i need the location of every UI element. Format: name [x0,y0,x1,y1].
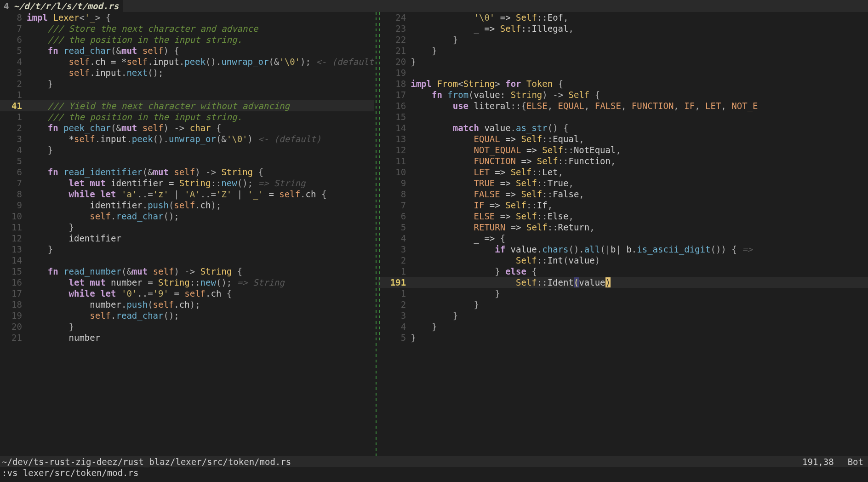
code-content[interactable] [27,255,374,266]
code-line[interactable]: 2 Self::Int(value) [378,255,868,266]
code-line[interactable]: 19 self.read_char(); [0,310,374,321]
code-line[interactable]: 9 identifier.push(self.ch); [0,200,374,211]
code-line[interactable]: 4 } [378,321,868,332]
code-line[interactable]: 18 number.push(self.ch); [0,299,374,310]
code-line[interactable]: 21 number [0,332,374,343]
code-line[interactable]: 4 self.ch = *self.input.peek().unwrap_or… [0,56,374,67]
code-content[interactable]: /// Yield the next character without adv… [27,100,374,111]
code-content[interactable]: } [411,56,868,67]
code-line[interactable]: 1 } [378,288,868,299]
code-content[interactable]: _ => Self::Illegal, [411,23,868,34]
code-content[interactable]: self.read_char(); [27,310,374,321]
code-line[interactable]: 3 } [378,310,868,321]
code-line[interactable]: 4 _ => { [378,233,868,244]
code-line[interactable]: 8 FALSE => Self::False, [378,189,868,200]
code-content[interactable]: IF => Self::If, [411,200,868,211]
code-line[interactable]: 3 self.input.next(); [0,67,374,78]
code-content[interactable]: NOT_EQUAL => Self::NotEqual, [411,144,868,155]
code-content[interactable]: } [411,332,868,343]
code-line[interactable]: 9 TRUE => Self::True, [378,178,868,189]
code-line[interactable]: 19 [378,67,868,78]
code-line[interactable]: 2 } [0,78,374,89]
code-line[interactable]: 2 fn peek_char(&mut self) -> char { [0,122,374,133]
code-content[interactable]: impl From<String> for Token { [411,78,868,89]
code-content[interactable]: impl Lexer<'_> { [27,12,374,23]
code-content[interactable]: /// the position in the input string. [27,111,374,122]
code-content[interactable]: _ => { [411,233,868,244]
code-content[interactable]: fn from(value: String) -> Self { [411,89,868,100]
code-content[interactable]: ELSE => Self::Else, [411,211,868,222]
code-content[interactable]: identifier [27,233,374,244]
code-line[interactable]: 15 fn read_number(&mut self) -> String { [0,266,374,277]
code-content[interactable]: *self.input.peek().unwrap_or(&'\0') <- (… [27,133,374,144]
code-content[interactable]: } [27,244,374,255]
code-content[interactable] [411,111,868,122]
code-line[interactable]: 15 [378,111,868,122]
code-content[interactable]: '\0' => Self::Eof, [411,12,868,23]
code-content[interactable]: let mut number = String::new(); => Strin… [27,277,374,288]
code-content[interactable]: } [411,34,868,45]
code-line[interactable]: 14 match value.as_str() { [378,122,868,133]
code-line[interactable]: 41 /// Yield the next character without … [0,100,374,111]
code-line[interactable]: 17 fn from(value: String) -> Self { [378,89,868,100]
code-line[interactable]: 21 } [378,45,868,56]
code-line[interactable]: 1 [0,89,374,100]
code-line[interactable]: 7 IF => Self::If, [378,200,868,211]
code-content[interactable]: RETURN => Self::Return, [411,222,868,233]
editor-pane-right[interactable]: 24 '\0' => Self::Eof,23 _ => Self::Illeg… [378,12,868,456]
code-line[interactable]: 12 identifier [0,233,374,244]
code-content[interactable]: self.read_char(); [27,211,374,222]
code-content[interactable]: fn read_number(&mut self) -> String { [27,266,374,277]
code-line[interactable]: 4 } [0,144,374,155]
code-content[interactable]: while let '0'..='9' = self.ch { [27,288,374,299]
tab-active[interactable]: 4 ~/d/t/r/l/s/t/mod.rs [0,0,123,12]
code-content[interactable]: } [27,78,374,89]
code-content[interactable]: } [411,288,868,299]
code-content[interactable]: fn peek_char(&mut self) -> char { [27,122,374,133]
code-line[interactable]: 22 } [378,34,868,45]
code-content[interactable] [27,155,374,166]
code-content[interactable]: while let 'a'..='z' | 'A'..='Z' | '_' = … [27,189,374,200]
code-content[interactable]: self.ch = *self.input.peek().unwrap_or(&… [27,56,374,67]
code-line[interactable]: 11 } [0,222,374,233]
vertical-split[interactable] [374,12,378,456]
code-content[interactable]: } [411,299,868,310]
code-content[interactable]: FUNCTION => Self::Function, [411,155,868,166]
code-content[interactable]: number [27,332,374,343]
code-line[interactable]: 3 if value.chars().all(|b| b.is_ascii_di… [378,244,868,255]
code-line[interactable]: 1 } else { [378,266,868,277]
code-line[interactable]: 1 /// the position in the input string. [0,111,374,122]
code-line[interactable]: 14 [0,255,374,266]
code-content[interactable]: } [27,222,374,233]
code-line[interactable]: 13 EQUAL => Self::Equal, [378,133,868,144]
code-line[interactable]: 18impl From<String> for Token { [378,78,868,89]
code-content[interactable]: } [27,321,374,332]
code-content[interactable]: fn read_char(&mut self) { [27,45,374,56]
code-content[interactable]: if value.chars().all(|b| b.is_ascii_digi… [411,244,868,255]
code-line[interactable]: 20} [378,56,868,67]
command-line[interactable]: :vs lexer/src/token/mod.rs [0,467,868,478]
code-content[interactable]: use literal::{ELSE, EQUAL, FALSE, FUNCTI… [411,100,868,111]
code-line[interactable]: 8 while let 'a'..='z' | 'A'..='Z' | '_' … [0,189,374,200]
code-line[interactable]: 6 fn read_identifier(&mut self) -> Strin… [0,166,374,178]
editor-pane-left[interactable]: 8impl Lexer<'_> {7 /// Store the next ch… [0,12,374,456]
code-line[interactable]: 8impl Lexer<'_> { [0,12,374,23]
code-line[interactable]: 6 /// the position in the input string. [0,34,374,45]
code-line[interactable]: 5 [0,155,374,166]
code-content[interactable]: /// Store the next character and advance [27,23,374,34]
code-content[interactable]: Self::Ident(value) [411,277,868,288]
code-content[interactable]: } [27,144,374,155]
code-line[interactable]: 191 Self::Ident(value) [378,277,868,288]
code-content[interactable]: EQUAL => Self::Equal, [411,133,868,144]
code-content[interactable] [411,67,868,78]
code-content[interactable]: } else { [411,266,868,277]
code-content[interactable]: TRUE => Self::True, [411,178,868,189]
code-line[interactable]: 2 } [378,299,868,310]
code-content[interactable]: identifier.push(self.ch); [27,200,374,211]
code-line[interactable]: 23 _ => Self::Illegal, [378,23,868,34]
code-line[interactable]: 16 use literal::{ELSE, EQUAL, FALSE, FUN… [378,100,868,111]
code-line[interactable]: 17 while let '0'..='9' = self.ch { [0,288,374,299]
code-line[interactable]: 12 NOT_EQUAL => Self::NotEqual, [378,144,868,155]
code-content[interactable]: let mut identifier = String::new(); => S… [27,178,374,189]
code-line[interactable]: 11 FUNCTION => Self::Function, [378,155,868,166]
